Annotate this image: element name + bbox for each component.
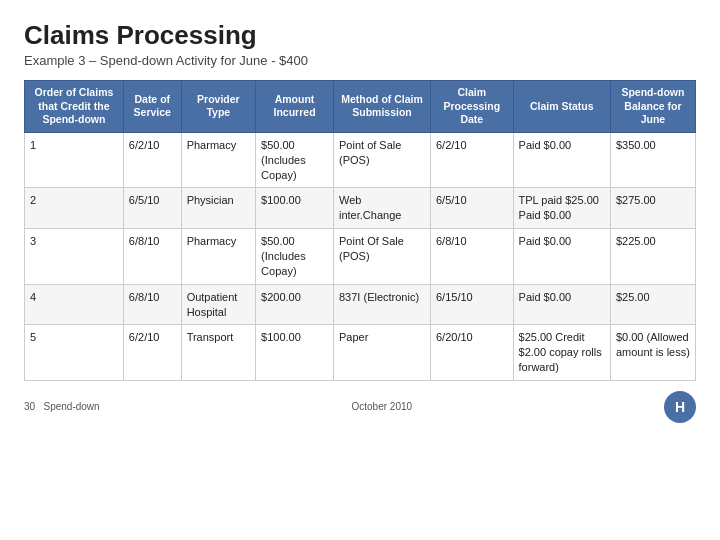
cell-claim_status: Paid $0.00 <box>513 284 610 325</box>
cell-processing_date: 6/8/10 <box>431 229 514 285</box>
page-subtitle: Example 3 – Spend-down Activity for June… <box>24 53 696 68</box>
col-header-date: Date of Service <box>123 81 181 133</box>
claims-table: Order of Claims that Credit the Spend-do… <box>24 80 696 381</box>
col-header-provider: Provider Type <box>181 81 255 133</box>
col-header-amount: Amount Incurred <box>256 81 334 133</box>
cell-claim_status: $25.00 Credit $2.00 copay rolls forward) <box>513 325 610 381</box>
cell-spenddown_balance: $275.00 <box>610 188 695 229</box>
cell-spenddown_balance: $350.00 <box>610 132 695 188</box>
col-header-method: Method of Claim Submission <box>334 81 431 133</box>
cell-date_of_service: 6/5/10 <box>123 188 181 229</box>
cell-spenddown_balance: $25.00 <box>610 284 695 325</box>
cell-processing_date: 6/5/10 <box>431 188 514 229</box>
cell-claim_status: Paid $0.00 <box>513 229 610 285</box>
cell-method: Point Of Sale (POS) <box>334 229 431 285</box>
col-header-status: Claim Status <box>513 81 610 133</box>
cell-order: 4 <box>25 284 124 325</box>
cell-provider_type: Pharmacy <box>181 132 255 188</box>
col-header-processing-date: Claim Processing Date <box>431 81 514 133</box>
cell-claim_status: Paid $0.00 <box>513 132 610 188</box>
cell-provider_type: Transport <box>181 325 255 381</box>
table-row: 36/8/10Pharmacy$50.00 (Includes Copay)Po… <box>25 229 696 285</box>
cell-processing_date: 6/2/10 <box>431 132 514 188</box>
footer-logo: H <box>664 391 696 423</box>
cell-processing_date: 6/15/10 <box>431 284 514 325</box>
cell-provider_type: Outpatient Hospital <box>181 284 255 325</box>
cell-date_of_service: 6/2/10 <box>123 325 181 381</box>
cell-provider_type: Pharmacy <box>181 229 255 285</box>
cell-processing_date: 6/20/10 <box>431 325 514 381</box>
footer-center: October 2010 <box>352 401 413 412</box>
cell-order: 5 <box>25 325 124 381</box>
footer-left: 30 Spend-down <box>24 401 100 412</box>
cell-date_of_service: 6/8/10 <box>123 229 181 285</box>
cell-date_of_service: 6/2/10 <box>123 132 181 188</box>
table-row: 56/2/10Transport$100.00Paper6/20/10$25.0… <box>25 325 696 381</box>
table-row: 26/5/10Physician$100.00Web inter.Change6… <box>25 188 696 229</box>
cell-amount_incurred: $200.00 <box>256 284 334 325</box>
cell-amount_incurred: $100.00 <box>256 188 334 229</box>
cell-order: 1 <box>25 132 124 188</box>
cell-date_of_service: 6/8/10 <box>123 284 181 325</box>
col-header-order: Order of Claims that Credit the Spend-do… <box>25 81 124 133</box>
footer-page-number: 30 <box>24 401 35 412</box>
footer-label: Spend-down <box>43 401 99 412</box>
footer-date: October 2010 <box>352 401 413 412</box>
cell-method: Point of Sale (POS) <box>334 132 431 188</box>
table-row: 46/8/10Outpatient Hospital$200.00837I (E… <box>25 284 696 325</box>
col-header-balance: Spend-down Balance for June <box>610 81 695 133</box>
cell-method: Paper <box>334 325 431 381</box>
cell-amount_incurred: $100.00 <box>256 325 334 381</box>
table-row: 16/2/10Pharmacy$50.00 (Includes Copay)Po… <box>25 132 696 188</box>
cell-amount_incurred: $50.00 (Includes Copay) <box>256 132 334 188</box>
cell-method: Web inter.Change <box>334 188 431 229</box>
cell-spenddown_balance: $225.00 <box>610 229 695 285</box>
cell-order: 2 <box>25 188 124 229</box>
cell-method: 837I (Electronic) <box>334 284 431 325</box>
footer: 30 Spend-down October 2010 H <box>24 391 696 423</box>
cell-claim_status: TPL paid $25.00 Paid $0.00 <box>513 188 610 229</box>
cell-amount_incurred: $50.00 (Includes Copay) <box>256 229 334 285</box>
page-title: Claims Processing <box>24 20 696 51</box>
cell-spenddown_balance: $0.00 (Allowed amount is less) <box>610 325 695 381</box>
cell-order: 3 <box>25 229 124 285</box>
cell-provider_type: Physician <box>181 188 255 229</box>
